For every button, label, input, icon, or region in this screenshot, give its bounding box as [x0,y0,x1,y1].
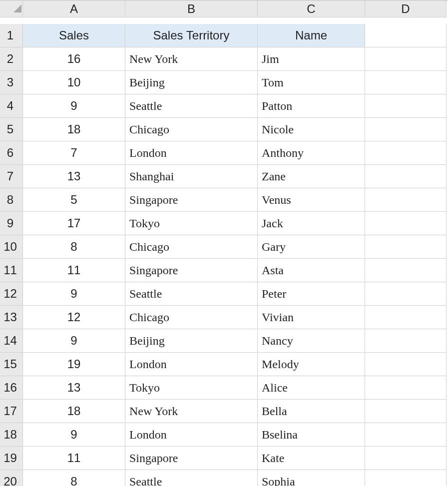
cell-A1[interactable]: Sales [23,24,125,47]
cell-A11[interactable]: 11 [23,259,125,282]
cell-D9[interactable] [365,212,447,235]
cell-D7[interactable] [365,165,447,188]
cell-D20[interactable] [365,470,447,486]
column-header-B[interactable]: B [125,0,258,17]
select-all-corner[interactable] [0,0,23,17]
cell-A9[interactable]: 17 [23,212,125,235]
cell-A2[interactable]: 16 [23,47,125,71]
cell-D6[interactable] [365,141,447,165]
cell-B7[interactable]: Shanghai [125,165,258,188]
cell-D16[interactable] [365,376,447,400]
cell-C11[interactable]: Asta [258,259,365,282]
cell-C6[interactable]: Anthony [258,141,365,165]
spreadsheet-grid[interactable]: A B C D 1 Sales Sales Territory Name 2 1… [0,0,448,486]
cell-A18[interactable]: 9 [23,423,125,447]
row-header-18[interactable]: 18 [0,423,23,447]
cell-A12[interactable]: 9 [23,282,125,306]
column-header-D[interactable]: D [365,0,447,17]
cell-A16[interactable]: 13 [23,376,125,400]
row-header-13[interactable]: 13 [0,306,23,329]
cell-D12[interactable] [365,282,447,306]
row-header-12[interactable]: 12 [0,282,23,306]
cell-D3[interactable] [365,71,447,94]
cell-A14[interactable]: 9 [23,329,125,353]
cell-D15[interactable] [365,353,447,376]
cell-A5[interactable]: 18 [23,118,125,141]
row-header-11[interactable]: 11 [0,259,23,282]
cell-C18[interactable]: Bselina [258,423,365,447]
row-header-2[interactable]: 2 [0,47,23,71]
cell-B17[interactable]: New York [125,400,258,423]
cell-B15[interactable]: London [125,353,258,376]
cell-B1[interactable]: Sales Territory [125,24,258,47]
cell-D4[interactable] [365,94,447,118]
cell-A13[interactable]: 12 [23,306,125,329]
cell-B8[interactable]: Singapore [125,188,258,212]
cell-D17[interactable] [365,400,447,423]
cell-A8[interactable]: 5 [23,188,125,212]
cell-B6[interactable]: London [125,141,258,165]
cell-C4[interactable]: Patton [258,94,365,118]
cell-D2[interactable] [365,47,447,71]
cell-B11[interactable]: Singapore [125,259,258,282]
cell-C16[interactable]: Alice [258,376,365,400]
row-header-9[interactable]: 9 [0,212,23,235]
cell-B3[interactable]: Beijing [125,71,258,94]
cell-D10[interactable] [365,235,447,259]
cell-C20[interactable]: Sophia [258,470,365,486]
cell-C14[interactable]: Nancy [258,329,365,353]
cell-A7[interactable]: 13 [23,165,125,188]
row-header-20[interactable]: 20 [0,470,23,486]
cell-C17[interactable]: Bella [258,400,365,423]
cell-C19[interactable]: Kate [258,447,365,470]
cell-B16[interactable]: Tokyo [125,376,258,400]
cell-A19[interactable]: 11 [23,447,125,470]
cell-D19[interactable] [365,447,447,470]
row-header-14[interactable]: 14 [0,329,23,353]
row-header-5[interactable]: 5 [0,118,23,141]
cell-C9[interactable]: Jack [258,212,365,235]
cell-A4[interactable]: 9 [23,94,125,118]
cell-B10[interactable]: Chicago [125,235,258,259]
row-header-6[interactable]: 6 [0,141,23,165]
row-header-19[interactable]: 19 [0,447,23,470]
cell-B14[interactable]: Beijing [125,329,258,353]
row-header-4[interactable]: 4 [0,94,23,118]
cell-C3[interactable]: Tom [258,71,365,94]
column-header-A[interactable]: A [23,0,125,17]
cell-B12[interactable]: Seattle [125,282,258,306]
cell-B18[interactable]: London [125,423,258,447]
row-header-16[interactable]: 16 [0,376,23,400]
cell-C10[interactable]: Gary [258,235,365,259]
row-header-1[interactable]: 1 [0,24,23,47]
cell-C7[interactable]: Zane [258,165,365,188]
column-header-C[interactable]: C [258,0,365,17]
cell-A20[interactable]: 8 [23,470,125,486]
row-header-15[interactable]: 15 [0,353,23,376]
cell-C1[interactable]: Name [258,24,365,47]
cell-A3[interactable]: 10 [23,71,125,94]
cell-A17[interactable]: 18 [23,400,125,423]
cell-C13[interactable]: Vivian [258,306,365,329]
cell-D1[interactable] [365,24,447,47]
cell-B9[interactable]: Tokyo [125,212,258,235]
row-header-8[interactable]: 8 [0,188,23,212]
row-header-3[interactable]: 3 [0,71,23,94]
cell-D14[interactable] [365,329,447,353]
cell-B2[interactable]: New York [125,47,258,71]
cell-D13[interactable] [365,306,447,329]
cell-C8[interactable]: Venus [258,188,365,212]
cell-B19[interactable]: Singapore [125,447,258,470]
cell-B4[interactable]: Seattle [125,94,258,118]
cell-C5[interactable]: Nicole [258,118,365,141]
row-header-17[interactable]: 17 [0,400,23,423]
cell-C15[interactable]: Melody [258,353,365,376]
cell-D8[interactable] [365,188,447,212]
cell-A10[interactable]: 8 [23,235,125,259]
cell-C12[interactable]: Peter [258,282,365,306]
cell-A15[interactable]: 19 [23,353,125,376]
cell-B20[interactable]: Seattle [125,470,258,486]
cell-B13[interactable]: Chicago [125,306,258,329]
cell-A6[interactable]: 7 [23,141,125,165]
cell-B5[interactable]: Chicago [125,118,258,141]
